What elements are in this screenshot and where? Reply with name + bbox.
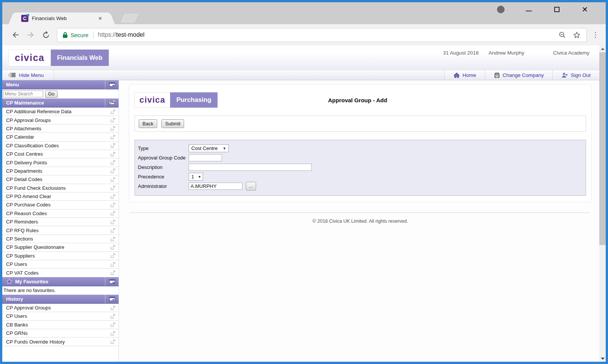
forward-button[interactable]	[24, 28, 37, 41]
reload-icon	[42, 31, 50, 39]
sidebar-item[interactable]: CP Fund Check Exclusions	[2, 184, 119, 192]
approval-group-code-label: Approval Group Code	[138, 155, 189, 161]
close-window-button[interactable]: ✕	[580, 5, 590, 14]
copyright-text: © 2018 Civica UK Limited. All rights res…	[129, 219, 592, 224]
open-new-window-icon[interactable]	[107, 306, 119, 310]
approval-group-code-input[interactable]	[189, 154, 222, 161]
sidebar-item[interactable]: CP Reason Codes	[2, 209, 119, 218]
open-new-window-icon[interactable]	[107, 245, 119, 250]
minimize-button[interactable]	[524, 5, 534, 14]
sidebar-item[interactable]: CP Reminders	[2, 218, 119, 226]
sidebar-item[interactable]: CP Suppliers	[2, 252, 119, 260]
sidebar-maintenance-header[interactable]: CP Maintenance	[2, 98, 119, 108]
change-company-button[interactable]: Change Company	[485, 70, 553, 80]
new-tab-button[interactable]	[121, 14, 138, 22]
open-new-window-icon[interactable]	[107, 203, 119, 207]
open-new-window-icon[interactable]	[107, 186, 119, 190]
submit-button[interactable]: Submit	[161, 119, 184, 128]
open-new-window-icon[interactable]	[107, 126, 119, 131]
history-item[interactable]: CP Approval Groups	[2, 304, 119, 312]
sidebar-item[interactable]: CP RFQ Rules	[2, 226, 119, 234]
open-new-window-icon[interactable]	[107, 118, 119, 122]
sidebar-item[interactable]: CP Departments	[2, 167, 119, 175]
open-new-window-icon[interactable]	[107, 194, 119, 199]
open-new-window-icon[interactable]	[107, 143, 119, 148]
vertical-scrollbar[interactable]	[599, 45, 606, 362]
sign-out-button[interactable]: Sign Out	[552, 70, 599, 80]
history-item[interactable]: CB Banks	[2, 321, 119, 329]
reload-button[interactable]	[39, 28, 52, 41]
tab-close-icon[interactable]: ✕	[97, 16, 103, 21]
menu-search-input[interactable]	[3, 91, 43, 97]
precedence-select[interactable]: 1 ▼	[189, 173, 203, 181]
open-new-window-icon[interactable]	[107, 331, 119, 336]
sidebar-item[interactable]: CP Attachments	[2, 125, 119, 133]
avatar-icon	[496, 5, 505, 14]
collapse-history-button[interactable]	[105, 295, 119, 303]
hide-menu-icon	[8, 72, 16, 78]
browser-toolbar: Secure https://test-model ⋮	[2, 24, 606, 45]
open-new-window-icon[interactable]	[107, 169, 119, 173]
open-new-window-icon[interactable]	[107, 160, 119, 165]
open-new-window-icon[interactable]	[107, 322, 119, 327]
sidebar-item[interactable]: CP Sections	[2, 235, 119, 243]
administrator-lookup-button[interactable]: ...	[246, 182, 256, 191]
hide-menu-button[interactable]: Hide Menu	[2, 70, 54, 80]
description-label: Description	[138, 164, 189, 170]
open-new-window-icon[interactable]	[107, 211, 119, 216]
profile-avatar-icon[interactable]	[496, 5, 506, 14]
collapse-favourites-button[interactable]	[105, 277, 119, 286]
open-new-window-icon[interactable]	[107, 270, 119, 275]
page-title: Approval Group - Add	[328, 97, 387, 103]
open-new-window-icon[interactable]	[107, 253, 119, 258]
description-input[interactable]	[189, 164, 312, 171]
open-new-window-icon[interactable]	[107, 152, 119, 156]
app-logo: civica Financials Web	[9, 50, 109, 66]
sidebar-item[interactable]: CP Cost Centres	[2, 150, 119, 158]
history-item[interactable]: CP Funds Override History	[2, 337, 119, 346]
browser-menu-button[interactable]: ⋮	[590, 28, 601, 41]
open-new-window-icon[interactable]	[107, 220, 119, 224]
sidebar-item[interactable]: CP Delivery Points	[2, 158, 119, 167]
zoom-button[interactable]	[557, 30, 567, 40]
sidebar-favourites-header[interactable]: My Favourites	[2, 277, 119, 286]
home-button[interactable]: Home	[444, 70, 485, 80]
close-icon: ✕	[582, 6, 588, 13]
address-bar[interactable]: Secure https://test-model	[57, 28, 587, 42]
open-new-window-icon[interactable]	[107, 262, 119, 267]
scrollbar-thumb[interactable]	[599, 52, 606, 245]
browser-tab[interactable]: C Financials Web ✕	[17, 12, 107, 24]
sidebar-item[interactable]: CP Approval Groups	[2, 116, 119, 124]
sidebar-history-header[interactable]: History	[2, 295, 119, 304]
menu-search-go-button[interactable]: Go	[45, 91, 58, 98]
open-new-window-icon[interactable]	[107, 314, 119, 319]
sidebar-item[interactable]: CP Classification Codes	[2, 142, 119, 150]
history-item[interactable]: CP Users	[2, 312, 119, 320]
open-new-window-icon[interactable]	[107, 135, 119, 139]
open-new-window-icon[interactable]	[107, 237, 119, 241]
scroll-down-icon[interactable]	[599, 355, 606, 362]
scroll-up-icon[interactable]	[599, 45, 606, 52]
history-item[interactable]: CP GRNs	[2, 329, 119, 337]
sidebar-item[interactable]: CP Purchase Codes	[2, 201, 119, 209]
open-new-window-icon[interactable]	[107, 339, 119, 344]
open-new-window-icon[interactable]	[107, 177, 119, 182]
back-form-button[interactable]: Back	[139, 119, 157, 128]
sidebar-item[interactable]: CP Users	[2, 260, 119, 269]
maximize-button[interactable]	[552, 5, 562, 14]
open-folder-button[interactable]	[105, 98, 119, 107]
sidebar-item[interactable]: CP PO Amend Clear	[2, 192, 119, 201]
sidebar-item[interactable]: CP VAT Codes	[2, 269, 119, 277]
bookmark-star-button[interactable]	[571, 30, 582, 40]
open-new-window-icon[interactable]	[107, 228, 119, 233]
sidebar-item[interactable]: CP Additional Reference Data	[2, 108, 119, 116]
omnibox-divider	[93, 31, 94, 39]
open-new-window-icon[interactable]	[107, 109, 119, 114]
sidebar-item[interactable]: CP Supplier Questionnaire	[2, 243, 119, 252]
administrator-input[interactable]	[189, 183, 242, 190]
sidebar-item[interactable]: CP Detail Codes	[2, 175, 119, 184]
sidebar-item[interactable]: CP Calendar	[2, 133, 119, 141]
collapse-panel-button[interactable]	[105, 80, 119, 89]
type-select[interactable]: Cost Centre ▼	[189, 144, 229, 152]
back-button[interactable]	[9, 28, 22, 41]
